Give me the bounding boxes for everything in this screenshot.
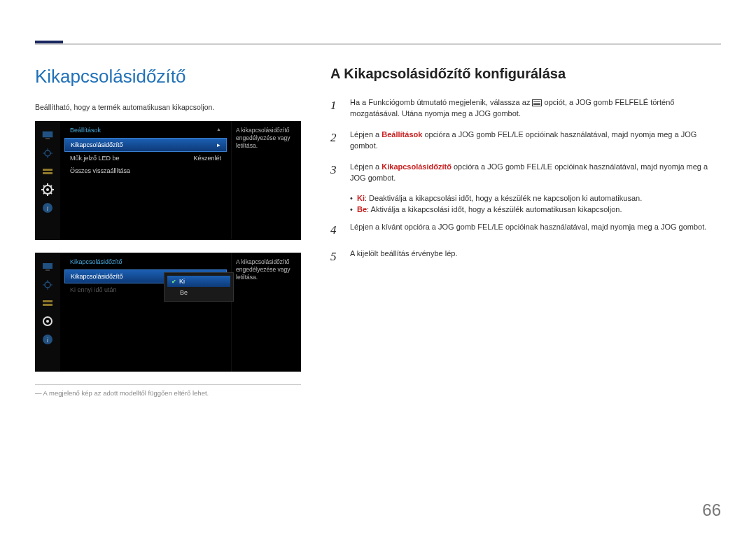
bullet-text: : Deaktiválja a kikapcsolási időt, hogy … xyxy=(365,194,642,202)
target-icon xyxy=(40,146,55,160)
step-number: 1 xyxy=(330,97,340,120)
svg-text:i: i xyxy=(47,336,49,344)
keyword: Ki xyxy=(357,194,365,202)
check-icon: ✔ xyxy=(172,279,176,285)
step-text: Lépjen a xyxy=(350,130,382,139)
monitor-icon xyxy=(40,260,55,274)
header-rule xyxy=(35,43,721,45)
svg-line-15 xyxy=(43,185,45,187)
osd-header: Kikapcsolásidőzítő xyxy=(64,257,227,269)
osd-header: Beállítások▲ xyxy=(64,125,227,138)
manual-page: Kikapcsolásidőzítő Beállítható, hogy a t… xyxy=(0,0,756,534)
step-2: 2 Lépjen a Beállítások opcióra a JOG gom… xyxy=(330,129,721,152)
target-icon xyxy=(40,278,55,292)
svg-line-16 xyxy=(50,192,52,194)
osd-item-label: Kikapcsolásidőzítő xyxy=(71,273,123,280)
step-text: Ha a Funkciógomb útmutató megjelenik, vá… xyxy=(350,98,532,106)
right-column: A Kikapcsolásidőzítő konfigurálása 1 Ha … xyxy=(330,66,721,397)
subsection-title: A Kikapcsolásidőzítő konfigurálása xyxy=(330,66,721,82)
step-3: 3 Lépjen a Kikapcsolásidőzítő opcióra a … xyxy=(330,162,721,184)
up-arrow-icon: ▲ xyxy=(216,127,221,134)
step-1: 1 Ha a Funkciógomb útmutató megjelenik, … xyxy=(330,97,721,120)
left-column: Kikapcsolásidőzítő Beállítható, hogy a t… xyxy=(35,66,301,397)
step-number: 3 xyxy=(330,162,340,184)
keyword: Kikapcsolásidőzítő xyxy=(382,162,451,171)
osd-item-label: Összes visszaállítása xyxy=(70,167,130,174)
step-body: Lépjen a kívánt opcióra a JOG gomb FEL/L… xyxy=(350,222,721,239)
step-number: 5 xyxy=(330,248,340,266)
osd-screenshot-1: i Beállítások▲ Kikapcsolásidőzítő▸ Műk.j… xyxy=(35,121,301,240)
bullet-text: : Aktiválja a kikapcsolási időt, hogy a … xyxy=(367,205,622,213)
menu-icon xyxy=(532,99,542,106)
svg-point-2 xyxy=(45,150,50,156)
svg-rect-29 xyxy=(43,304,52,306)
bullet-item: Ki: Deaktiválja a kikapcsolási időt, hog… xyxy=(350,194,721,202)
step-number: 2 xyxy=(330,129,340,152)
osd-help-text: A kikapcsolásidőzítő engedélyezése vagy … xyxy=(231,253,301,372)
svg-rect-1 xyxy=(46,138,50,139)
gear-icon xyxy=(40,183,55,197)
bullet-item: Be: Aktiválja a kikapcsolási időt, hogy … xyxy=(350,205,721,213)
osd-popup-item-selected: ✔Ki xyxy=(167,276,230,287)
divider xyxy=(35,384,301,385)
step-body: Lépjen a Kikapcsolásidőzítő opcióra a JO… xyxy=(350,162,721,184)
slider-icon xyxy=(40,296,55,310)
svg-rect-0 xyxy=(43,132,52,137)
osd-popup: ✔Ki Be xyxy=(164,272,234,302)
osd-icon-column: i xyxy=(35,253,60,372)
svg-point-23 xyxy=(45,282,50,288)
osd-item-label: Műk.jelző LED be xyxy=(70,155,120,162)
svg-line-17 xyxy=(43,192,45,194)
step-text: Lépjen a xyxy=(350,162,382,171)
osd-menu: Beállítások▲ Kikapcsolásidőzítő▸ Műk.jel… xyxy=(60,121,231,240)
info-icon: i xyxy=(40,332,55,346)
slider-icon xyxy=(40,164,55,178)
section-title: Kikapcsolásidőzítő xyxy=(35,66,301,87)
info-icon: i xyxy=(40,201,55,215)
svg-rect-21 xyxy=(43,263,52,269)
osd-popup-label: Be xyxy=(180,289,188,296)
osd-item-selected: Kikapcsolásidőzítő▸ xyxy=(64,138,227,152)
chevron-right-icon: ▸ xyxy=(217,141,220,148)
osd-header-label: Kikapcsolásidőzítő xyxy=(70,258,122,265)
svg-line-18 xyxy=(50,185,52,187)
monitor-icon xyxy=(40,128,55,142)
step-body: Ha a Funkciógomb útmutató megjelenik, vá… xyxy=(350,97,721,120)
osd-popup-label: Ki xyxy=(179,278,185,285)
osd-header-label: Beállítások xyxy=(70,127,101,134)
svg-point-31 xyxy=(46,320,49,323)
step-body: Lépjen a Beállítások opcióra a JOG gomb … xyxy=(350,129,721,152)
osd-item-value: Készenlét xyxy=(193,155,221,162)
gear-icon xyxy=(40,314,55,328)
osd-item: Műk.jelző LED beKészenlét xyxy=(64,152,227,164)
page-number: 66 xyxy=(702,500,721,520)
svg-rect-7 xyxy=(43,169,52,171)
svg-rect-8 xyxy=(43,172,52,174)
step-5: 5 A kijelölt beállítás érvénybe lép. xyxy=(330,248,721,266)
bullet-list: Ki: Deaktiválja a kikapcsolási időt, hog… xyxy=(350,194,721,213)
osd-item: Összes visszaállítása xyxy=(64,164,227,177)
svg-point-10 xyxy=(46,188,49,191)
svg-rect-28 xyxy=(43,300,52,302)
svg-rect-22 xyxy=(46,269,50,271)
intro-text: Beállítható, hogy a termék automatikusan… xyxy=(35,103,301,111)
footnote: ― A megjelenő kép az adott modelltől füg… xyxy=(35,389,301,397)
osd-item-label: Ki ennyi idő után xyxy=(70,286,117,293)
step-4: 4 Lépjen a kívánt opcióra a JOG gomb FEL… xyxy=(330,222,721,239)
osd-menu: Kikapcsolásidőzítő Kikapcsolásidőzítő Ki… xyxy=(60,253,231,372)
osd-help-text: A kikapcsolásidőzítő engedélyezése vagy … xyxy=(231,121,301,240)
svg-text:i: i xyxy=(47,204,49,212)
keyword: Be xyxy=(357,205,367,213)
osd-icon-column: i xyxy=(35,121,60,240)
step-body: A kijelölt beállítás érvénybe lép. xyxy=(350,248,721,266)
osd-popup-item: Be xyxy=(167,287,230,298)
step-number: 4 xyxy=(330,222,340,239)
osd-item-label: Kikapcsolásidőzítő xyxy=(71,141,123,148)
osd-screenshot-2: i Kikapcsolásidőzítő Kikapcsolásidőzítő … xyxy=(35,253,301,372)
keyword: Beállítások xyxy=(382,130,422,139)
